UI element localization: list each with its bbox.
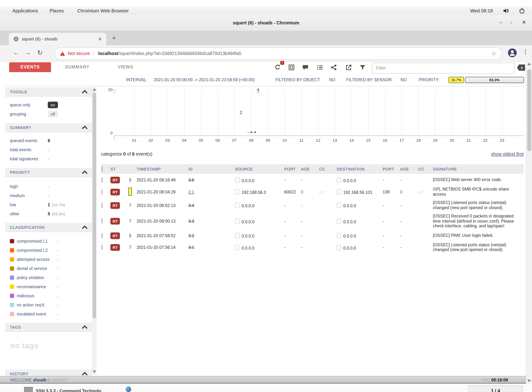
status-badge[interactable]: RT <box>110 218 120 225</box>
power-icon[interactable] <box>519 8 525 15</box>
event-id[interactable]: 3.5 <box>188 178 235 182</box>
classification-label[interactable]: escalated event <box>17 312 57 316</box>
classification-label[interactable]: no action req'd. <box>17 303 57 307</box>
classification-label[interactable]: malicious <box>17 294 57 298</box>
classification-swatch[interactable] <box>10 303 14 307</box>
menu-applications[interactable]: Applications <box>12 8 38 14</box>
destination-ip[interactable]: 0.0.0.0 <box>343 178 356 183</box>
data-point[interactable] <box>247 132 250 133</box>
classification-label[interactable]: compromised L2 <box>17 248 57 252</box>
col-dage[interactable]: AGE <box>400 167 418 171</box>
minimize-button[interactable]: – <box>499 20 502 25</box>
section-tags-header[interactable]: TAGS <box>5 323 92 332</box>
classification-swatch[interactable] <box>10 312 14 316</box>
taskbar-window-title[interactable]: SSH 3.3.3 - Command Technolo <box>36 388 101 392</box>
toggle-grouping[interactable]: off <box>48 111 58 117</box>
event-id[interactable]: 2.1 <box>188 190 235 194</box>
data-label-4[interactable]: 4 <box>257 87 259 93</box>
forward-icon[interactable]: → <box>25 49 31 56</box>
section-priority-header[interactable]: PRIORITY <box>5 168 92 177</box>
col-st[interactable]: ST <box>110 167 126 171</box>
row-checkbox[interactable] <box>102 203 103 208</box>
col-sage[interactable]: AGE <box>301 167 319 171</box>
menu-places[interactable]: Places <box>50 8 64 14</box>
chevron-up-icon[interactable] <box>82 225 88 231</box>
row-checkbox[interactable] <box>102 233 103 238</box>
show-oldest-first-link[interactable]: show oldest first <box>465 152 524 157</box>
source-ip[interactable]: 0.0.0.0 <box>242 178 254 183</box>
back-icon[interactable]: ← <box>13 49 19 56</box>
taskbar-browser-icon[interactable] <box>126 387 131 392</box>
destination-ip[interactable]: 0.0.0.0 <box>343 234 356 238</box>
classification-label[interactable]: denial of service <box>17 266 57 271</box>
taskbar-window-icon[interactable] <box>24 387 33 392</box>
priority-other-bar[interactable]: 83.3% <box>465 77 524 83</box>
signature[interactable]: [OSSEC] PAM: User login failed. <box>433 233 524 238</box>
col-id[interactable]: ID <box>188 167 235 171</box>
source-ip[interactable]: 0.0.0.0 <box>242 246 254 250</box>
classification-swatch[interactable] <box>10 239 14 243</box>
reload-icon[interactable]: ↻ <box>37 49 43 56</box>
browser-menu-icon[interactable]: ⋮ <box>523 48 528 55</box>
page-scrollbar-thumb[interactable] <box>527 69 531 151</box>
signature[interactable]: [OSSEC] Web server 400 error code. <box>433 177 524 182</box>
toggle-queue-only[interactable]: on <box>48 102 58 108</box>
scroll-up-icon[interactable] <box>527 63 531 65</box>
signature[interactable]: GPL NETBIOS SMB IPC$ unicode share acces… <box>433 187 524 197</box>
profile-avatar[interactable] <box>508 48 517 58</box>
volume-icon[interactable] <box>503 8 509 15</box>
event-id[interactable]: 3.3 <box>188 219 235 224</box>
row-checkbox[interactable] <box>102 189 103 194</box>
tab-squert[interactable]: squert (6) - shoaib ✕ <box>9 33 106 45</box>
signature[interactable]: [OSSEC] Received 0 packets in designated… <box>433 214 524 229</box>
col-destination[interactable]: DESTINATION <box>337 167 383 171</box>
filter-funnel-icon[interactable] <box>359 64 366 71</box>
list-icon[interactable] <box>317 64 323 71</box>
classification-label[interactable]: compromised L1 <box>17 239 57 243</box>
section-classification-header[interactable]: CLASSIFICATION <box>5 223 92 232</box>
classification-swatch[interactable] <box>10 294 14 298</box>
restore-button[interactable]: ▫ <box>510 20 512 25</box>
signature[interactable]: [OSSEC] Listened ports status (netstat) … <box>433 200 524 210</box>
row-checkbox[interactable] <box>102 177 103 182</box>
classification-swatch[interactable] <box>10 284 14 289</box>
refresh-icon[interactable] <box>274 64 281 71</box>
clear-filter-icon[interactable]: x <box>517 65 525 71</box>
col-source[interactable]: SOURCE <box>235 167 284 171</box>
col-dport[interactable]: PORT <box>383 167 400 171</box>
comment-icon[interactable] <box>302 64 309 71</box>
scroll-down-icon[interactable] <box>92 370 96 373</box>
tab-close-icon[interactable]: ✕ <box>98 36 102 42</box>
section-toggle-header[interactable]: TOGGLE <box>5 87 92 97</box>
classification-label[interactable]: policy violation <box>17 275 57 280</box>
row-checkbox[interactable] <box>102 219 103 224</box>
col-dcc[interactable]: CC <box>418 167 433 171</box>
page-scrollbar[interactable] <box>526 61 532 384</box>
status-badge[interactable]: RT <box>110 177 120 183</box>
section-history-header[interactable]: HISTORY <box>5 369 92 376</box>
data-label-2[interactable]: 2 <box>240 110 242 115</box>
col-sport[interactable]: PORT <box>284 167 301 171</box>
source-ip[interactable]: 0.0.0.0 <box>242 204 254 208</box>
source-ip[interactable]: 0.0.0.0 <box>242 220 254 224</box>
scroll-down-icon[interactable] <box>527 380 531 382</box>
destination-ip[interactable]: 0.0.0.0 <box>343 204 356 208</box>
desktop-clock[interactable]: Wed 08:18 <box>470 8 493 14</box>
scroll-up-icon[interactable] <box>92 88 96 91</box>
share-graph-icon[interactable] <box>331 64 337 71</box>
tab-summary[interactable]: SUMMARY <box>65 65 89 70</box>
chevron-up-icon[interactable] <box>82 170 88 176</box>
workspace-pager[interactable]: 1 / 4 <box>468 385 523 392</box>
classification-swatch[interactable] <box>10 257 14 261</box>
logout-link[interactable]: LOGOUT <box>50 378 68 382</box>
event-id[interactable]: 3.1 <box>188 245 235 250</box>
status-badge[interactable]: RT <box>110 244 120 251</box>
row-checkbox[interactable] <box>102 245 103 250</box>
sidebar-scrollbar-thumb[interactable] <box>92 93 96 318</box>
tab-events[interactable]: EVENTS <box>9 62 51 72</box>
menu-chromium-web-browser[interactable]: Chromium Web Browser <box>77 8 129 14</box>
data-point[interactable] <box>254 131 256 133</box>
classification-swatch[interactable] <box>10 266 14 271</box>
destination-ip[interactable]: 192.168.56.101 <box>343 190 372 195</box>
col-scc[interactable]: CC <box>319 167 337 171</box>
